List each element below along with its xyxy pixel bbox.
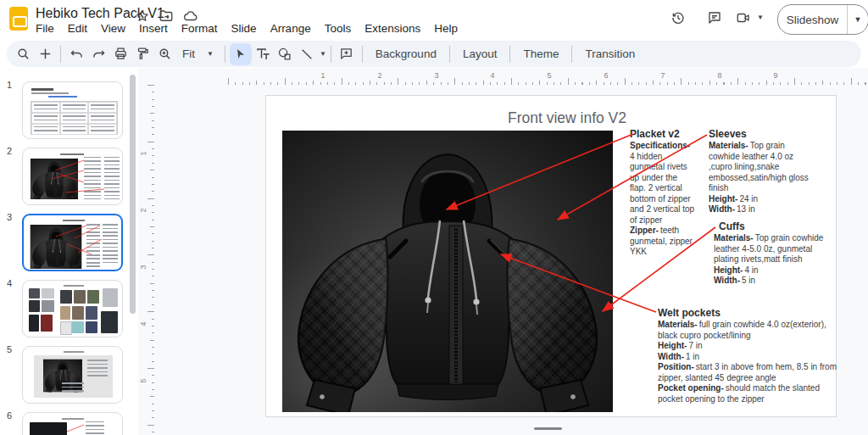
vruler-number: 3 [139,265,147,269]
horizontal-ruler: 1 2 3 4 5 6 7 8 9 [228,71,868,85]
hruler-number: 8 [717,71,721,80]
cuffs-line: Width-5 in [714,276,826,287]
text-box-icon[interactable] [252,43,274,65]
version-history-icon[interactable] [667,7,689,29]
slide-thumbnail-3-selected[interactable] [22,214,123,271]
zoom-fit-label: Fit [182,47,195,60]
menu-file[interactable]: File [29,20,61,36]
menubar: File Edit View Insert Format Slide Arran… [29,20,465,36]
vertical-ruler-ticks [147,85,154,435]
slide-number-6: 6 [7,410,19,421]
annotation-placket[interactable]: Placket v2 Specifications-4 hidden gunme… [630,128,695,258]
slideshow-caret-icon[interactable]: ▼ [848,15,868,24]
slide-thumbnail-5[interactable] [22,346,123,404]
menu-edit[interactable]: Edit [61,20,94,36]
line-caret-icon[interactable]: ▼ [320,50,326,58]
slide-number-1: 1 [7,80,19,90]
annotation-cuffs[interactable]: Cuffs Materials-Top grain cowhide leathe… [714,220,826,287]
slide-number-4: 4 [7,278,19,288]
slide-number-3: 3 [7,212,19,222]
hruler-number: 6 [604,71,608,80]
insert-comment-icon[interactable] [336,43,358,65]
camera-dropdown-caret-icon[interactable]: ▼ [757,14,764,21]
sleeves-line: Materials-Top grain cowhide leather 4.0 … [709,141,816,194]
slide-number-2: 2 [7,146,19,156]
jacket-front-photo[interactable] [282,131,613,412]
menu-format[interactable]: Format [175,20,225,36]
annotation-welt-pockets[interactable]: Welt pockets Materials-full grain cowhid… [658,307,846,404]
hruler-number: 3 [434,71,438,80]
add-slide-icon[interactable] [34,43,56,65]
annotation-sleeves[interactable]: Sleeves Materials-Top grain cowhide leat… [709,128,816,215]
cuffs-line: Height-4 in [714,265,826,276]
select-cursor-icon[interactable] [230,43,252,65]
menu-insert[interactable]: Insert [132,20,175,36]
slides-logo[interactable] [9,7,28,31]
redo-icon[interactable] [87,43,109,65]
slide-page[interactable]: Front view info V2 Placket v2 Specificat… [265,95,837,417]
placket-line: Specifications-4 hidden gunmetal rivets … [630,141,695,226]
placket-line: Zipper-teeth gunmetal, zipper YKK [630,226,695,258]
sleeves-line: Width-13 in [709,204,816,215]
paint-format-icon[interactable] [131,43,153,65]
slide-thumbnail-2[interactable] [22,148,123,205]
welt-line: Height-7 in [658,341,846,352]
menu-extensions[interactable]: Extensions [358,20,427,36]
vruler-number: 4 [139,321,147,326]
background-button[interactable]: Background [367,44,445,64]
fit-caret-icon: ▼ [207,50,214,58]
hruler-number: 1 [320,71,325,80]
vruler-number: 1 [139,151,147,155]
slides-logo-glyph [13,16,27,27]
hruler-number: 5 [547,71,551,80]
hruler-number: 2 [377,71,381,80]
vruler-number: 5 [139,378,147,382]
slide-number-5: 5 [7,344,19,354]
google-slides-app: Hebiko Tech Pack V1 File Edit View Inser… [0,0,868,435]
search-icon[interactable] [12,43,34,65]
vertical-ruler: 1 2 3 4 5 [141,85,154,435]
welt-line: Materials-full grain cowhide 4.0 oz(exte… [658,320,846,341]
welt-heading: Welt pockets [658,307,846,319]
welt-line: Position-start 3 in above from hem, 8.5 … [658,362,846,383]
menu-view[interactable]: View [94,20,132,36]
slideshow-label[interactable]: Slideshow [778,14,847,26]
line-icon[interactable] [296,43,318,65]
comments-icon[interactable] [704,7,726,29]
placket-heading: Placket v2 [630,128,695,140]
slide-thumbnail-1[interactable] [22,81,123,139]
hruler-number: 4 [490,71,494,80]
hruler-number: 7 [660,71,665,80]
slide-title[interactable]: Front view info V2 [410,109,724,127]
print-icon[interactable] [109,43,131,65]
menu-help[interactable]: Help [427,20,465,36]
theme-button[interactable]: Theme [515,44,567,64]
shape-icon[interactable] [274,43,296,65]
zoom-fit-dropdown[interactable]: Fit ▼ [175,44,220,64]
menu-arrange[interactable]: Arrange [264,20,318,36]
slide-thumbnail-6[interactable] [22,412,123,435]
sleeves-line: Height-24 in [709,194,816,205]
meet-camera-icon[interactable] [732,7,754,29]
vruler-number: 2 [139,208,147,212]
hruler-number: 9 [773,71,777,80]
welt-line: Pocket opening-should match the slanted … [658,383,846,404]
cuffs-line: Materials-Top grain cowhide leather 4-5.… [714,233,826,265]
slideshow-button: Slideshow ▼ [777,4,868,35]
toolbar: Fit ▼ ▼ Background Layout Theme Transiti… [7,41,861,67]
menu-tools[interactable]: Tools [318,20,359,36]
cuffs-heading: Cuffs [719,220,826,232]
transition-button[interactable]: Transition [576,44,643,64]
menu-slide[interactable]: Slide [225,20,264,36]
slide-thumbnail-4[interactable] [22,280,123,337]
sleeves-heading: Sleeves [709,128,816,140]
zoom-in-icon[interactable] [153,43,175,65]
welt-line: Width-1 in [658,352,846,363]
undo-icon[interactable] [65,43,87,65]
layout-button[interactable]: Layout [454,44,506,64]
filmstrip-scrollbar[interactable] [130,75,136,314]
speaker-notes-handle[interactable] [534,427,562,430]
